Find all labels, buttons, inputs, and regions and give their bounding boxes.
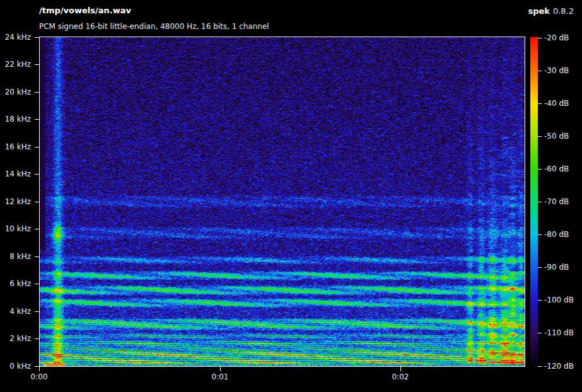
freq-tick <box>35 366 39 367</box>
freq-tick-label: 12 kHz <box>0 197 31 206</box>
freq-tick-label: 2 kHz <box>0 334 31 343</box>
freq-tick-label: 0 kHz <box>0 362 31 371</box>
legend-tick-label: -100 dB <box>544 296 574 304</box>
legend-tick <box>538 169 542 170</box>
freq-tick-label: 10 kHz <box>0 224 31 233</box>
freq-tick-label: 4 kHz <box>0 307 31 316</box>
freq-tick-label: 8 kHz <box>0 252 31 261</box>
legend-tick <box>538 234 542 235</box>
spectrogram-canvas <box>40 37 525 366</box>
file-format-info: PCM signed 16-bit little-endian, 48000 H… <box>39 22 269 31</box>
freq-tick <box>35 174 39 175</box>
legend-color-bar <box>530 37 538 366</box>
freq-tick <box>35 64 39 65</box>
freq-tick <box>35 92 39 93</box>
freq-tick <box>35 119 39 120</box>
spectrogram-plot <box>39 37 525 367</box>
freq-tick <box>35 257 39 257</box>
legend-tick <box>538 300 542 301</box>
legend-tick <box>538 71 542 71</box>
freq-tick-label: 6 kHz <box>0 279 31 288</box>
legend-tick <box>538 267 542 268</box>
page-title: /tmp/vowels/an.wav <box>39 6 131 15</box>
legend-tick-label: -50 dB <box>544 132 569 141</box>
freq-tick <box>35 338 39 339</box>
time-tick <box>220 366 221 371</box>
legend-tick <box>538 333 542 333</box>
freq-tick-label: 18 kHz <box>0 115 31 124</box>
legend-tick <box>538 103 542 104</box>
app-version: 0.8.2 <box>553 6 574 16</box>
app-name: spek <box>528 6 550 16</box>
time-tick <box>39 366 40 371</box>
legend-tick-label: -20 dB <box>544 33 569 42</box>
legend-tick-label: -60 dB <box>544 164 569 173</box>
legend-tick <box>538 202 542 202</box>
legend-tick-label: -80 dB <box>544 230 569 239</box>
freq-tick <box>35 284 39 284</box>
spek-window: /tmp/vowels/an.wav spek0.8.2 PCM signed … <box>0 0 582 392</box>
freq-tick <box>35 229 39 229</box>
legend-tick-label: -120 dB <box>544 362 574 371</box>
app-brand: spek0.8.2 <box>528 6 574 16</box>
legend-tick-label: -40 dB <box>544 99 569 108</box>
freq-tick-label: 22 kHz <box>0 60 31 69</box>
legend-tick <box>538 136 542 137</box>
freq-tick <box>35 147 39 147</box>
freq-tick-label: 14 kHz <box>0 170 31 178</box>
time-tick-label: 0:00 <box>25 372 53 381</box>
freq-tick-label: 16 kHz <box>0 142 31 151</box>
time-tick-label: 0:02 <box>387 372 414 381</box>
legend-tick-label: -90 dB <box>544 263 569 272</box>
legend-tick <box>538 366 542 367</box>
freq-tick-label: 24 kHz <box>0 33 31 42</box>
freq-tick <box>35 37 39 38</box>
legend-tick-label: -30 dB <box>544 66 569 75</box>
legend-tick-label: -110 dB <box>544 328 574 337</box>
legend-tick-label: -70 dB <box>544 197 569 206</box>
freq-tick <box>35 311 39 312</box>
time-tick-label: 0:01 <box>206 372 234 381</box>
freq-tick <box>35 202 39 202</box>
legend-tick <box>538 38 542 38</box>
freq-tick-label: 20 kHz <box>0 88 31 96</box>
time-tick <box>400 366 401 371</box>
